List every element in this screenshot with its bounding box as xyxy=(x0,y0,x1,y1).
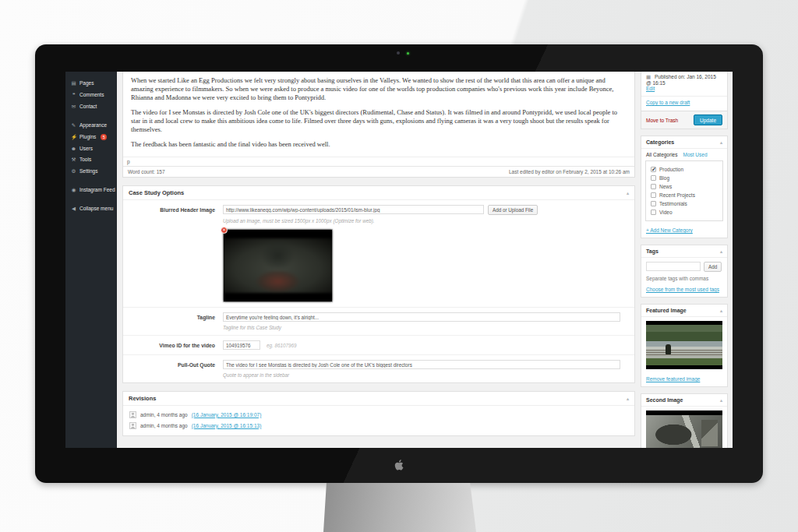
case-study-options-header[interactable]: Case Study Options ▴ xyxy=(123,186,634,200)
avatar xyxy=(129,422,136,429)
post-paragraph: The feedback has been fantastic and the … xyxy=(131,140,627,149)
apple-logo-icon xyxy=(393,457,406,473)
checkbox-icon[interactable] xyxy=(651,210,656,215)
pull-out-quote-input[interactable] xyxy=(223,360,620,369)
sidebar-item-plugins[interactable]: ⚡ Plugins 5 xyxy=(65,131,117,143)
tagline-input[interactable] xyxy=(223,312,620,322)
tagline-field: Tagline Tagline for this Case Study xyxy=(123,308,634,336)
add-new-category-link[interactable]: + Add New Category xyxy=(646,227,693,233)
sidebar-item-label: Settings xyxy=(79,168,98,174)
revision-row: admin, 4 months ago (16 January, 2015 @ … xyxy=(123,409,634,420)
category-label: Video xyxy=(659,210,673,215)
tagline-helper-text: Tagline for this Case Study xyxy=(223,325,628,330)
copy-to-new-draft-link[interactable]: Copy to a new draft xyxy=(646,100,690,105)
sidebar-item-label: Users xyxy=(79,146,93,151)
category-recent-projects[interactable]: Recent Projects xyxy=(649,191,719,199)
box-title: Second Image xyxy=(646,397,683,403)
camera-icon xyxy=(397,51,400,55)
post-paragraph: When we started Like an Egg Productions … xyxy=(131,76,627,102)
categories-checklist: Production Blog News Recent Projects xyxy=(645,160,723,221)
sidebar-item-label: Plugins xyxy=(79,134,96,139)
blurred-image-url-input[interactable] xyxy=(223,205,484,214)
field-main: Add or Upload File Upload an image, must… xyxy=(223,205,628,302)
collapse-caret-icon[interactable]: ▴ xyxy=(720,139,722,145)
tags-input[interactable] xyxy=(646,262,701,271)
choose-most-used-tags-link[interactable]: Choose from the most used tags xyxy=(646,287,719,292)
tab-most-used[interactable]: Most Used xyxy=(683,152,707,157)
category-production[interactable]: Production xyxy=(649,165,719,174)
tags-header[interactable]: Tags ▴ xyxy=(641,245,727,258)
upload-helper-text: Upload an image, must be sized 1500px x … xyxy=(223,218,628,224)
published-on-row: ▦ Published on: Jan 16, 2015 @ 16:15 Edi… xyxy=(641,72,727,93)
menu-separator xyxy=(65,112,117,119)
imac-stand xyxy=(323,483,476,532)
category-label: Recent Projects xyxy=(659,192,695,198)
revisions-list: admin, 4 months ago (16 January, 2015 @ … xyxy=(123,406,634,435)
featured-image-picture xyxy=(646,321,722,369)
sidebar-item-users[interactable]: ☻ Users xyxy=(65,143,117,153)
checkbox-icon[interactable] xyxy=(651,201,656,206)
remove-featured-image-link[interactable]: Remove featured image xyxy=(646,376,700,382)
person-silhouette xyxy=(666,344,671,354)
add-tag-button[interactable]: Add xyxy=(704,262,722,272)
quote-helper-text: Quote to appear in the sidebar xyxy=(223,372,628,378)
sidebar-item-label: Appearance xyxy=(79,122,107,128)
tags-input-row: Add xyxy=(641,258,727,273)
category-testimonials[interactable]: Testimonials xyxy=(649,199,719,208)
sidebar-item-pages[interactable]: ▤ Pages xyxy=(65,77,117,89)
camera-indicator-light xyxy=(407,52,409,55)
revisions-box: Revisions ▴ admin, 4 months ago (16 Janu… xyxy=(122,391,635,436)
category-label: Testimonials xyxy=(659,201,687,206)
admin-sidebar: ▤ Pages ❝ Comments ✉ Contact ✎ Appearanc… xyxy=(65,72,117,448)
path-label: p xyxy=(127,159,130,164)
rooftops-detail xyxy=(701,420,719,446)
category-video[interactable]: Video xyxy=(649,208,719,217)
revision-date-link[interactable]: (16 January, 2015 @ 16:15:13) xyxy=(192,423,262,428)
vimeo-id-input[interactable] xyxy=(223,340,260,350)
collapse-caret-icon[interactable]: ▴ xyxy=(720,308,722,313)
revisions-header[interactable]: Revisions ▴ xyxy=(123,392,634,406)
tab-all-categories[interactable]: All Categories xyxy=(646,152,677,157)
collapse-menu-icon: ◀ xyxy=(71,206,76,212)
field-label: Blurred Header Image xyxy=(129,205,223,302)
collapse-caret-icon[interactable]: ▴ xyxy=(627,396,629,401)
second-image-header[interactable]: Second Image ▴ xyxy=(641,394,727,407)
category-news[interactable]: News xyxy=(649,182,719,191)
categories-header[interactable]: Categories ▴ xyxy=(641,136,727,149)
published-on-text: Published on: Jan 16, 2015 @ 16:15 xyxy=(646,74,716,86)
featured-image-header[interactable]: Featured Image ▴ xyxy=(641,305,727,317)
add-or-upload-file-button[interactable]: Add or Upload File xyxy=(488,205,538,215)
sidebar-item-appearance[interactable]: ✎ Appearance xyxy=(65,119,117,131)
sidebar-item-label: Pages xyxy=(79,80,94,86)
checkbox-checked-icon[interactable] xyxy=(651,167,656,172)
sidebar-item-collapse-menu[interactable]: ◀ Collapse menu xyxy=(65,203,117,214)
update-button[interactable]: Update xyxy=(694,115,722,125)
post-content-editable[interactable]: When we started Like an Egg Productions … xyxy=(123,72,634,157)
sidebar-item-instagram-feed[interactable]: ◉ Instagram Feed xyxy=(65,184,117,196)
second-image-thumbnail[interactable] xyxy=(646,410,722,448)
checkbox-icon[interactable] xyxy=(651,184,656,189)
remove-image-icon[interactable]: ✕ xyxy=(221,227,228,234)
blurred-header-image-field: Blurred Header Image Add or Upload File … xyxy=(123,200,634,308)
category-blog[interactable]: Blog xyxy=(649,174,719,182)
sidebar-item-contact[interactable]: ✉ Contact xyxy=(65,100,117,112)
remove-featured-row: Remove featured image xyxy=(641,373,727,386)
blurred-image-preview: ✕ xyxy=(223,229,333,302)
sidebar-item-comments[interactable]: ❝ Comments xyxy=(65,89,117,100)
upload-url-row: Add or Upload File xyxy=(223,205,628,215)
copy-draft-row: Copy to a new draft xyxy=(641,96,727,107)
checkbox-icon[interactable] xyxy=(651,192,656,198)
menu-separator xyxy=(65,196,117,203)
collapse-caret-icon[interactable]: ▴ xyxy=(720,248,722,254)
comments-icon: ❝ xyxy=(71,92,76,98)
publish-actions: Move to Trash Update xyxy=(641,111,727,129)
sidebar-item-tools[interactable]: ⚒ Tools xyxy=(65,153,117,165)
featured-image-thumbnail[interactable] xyxy=(646,321,722,369)
move-to-trash-link[interactable]: Move to Trash xyxy=(646,118,678,123)
collapse-caret-icon[interactable]: ▴ xyxy=(627,190,629,196)
revision-date-link[interactable]: (16 January, 2015 @ 16:19:07) xyxy=(192,412,262,417)
sidebar-item-settings[interactable]: ⚙ Settings xyxy=(65,165,117,177)
collapse-caret-icon[interactable]: ▴ xyxy=(720,397,722,403)
edit-published-link[interactable]: Edit xyxy=(646,86,655,91)
checkbox-icon[interactable] xyxy=(651,175,656,181)
